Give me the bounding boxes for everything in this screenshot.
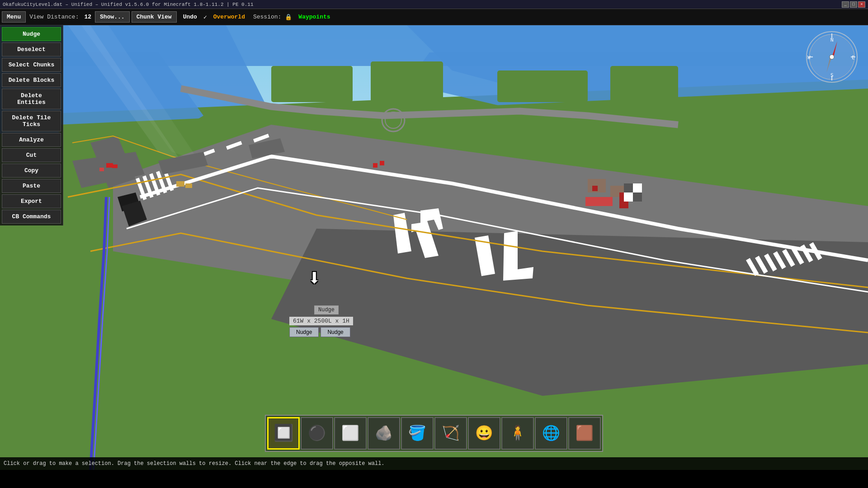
paste-button[interactable]: Paste [2, 179, 61, 193]
delete-entities-button[interactable]: Delete Entities [2, 89, 61, 109]
svg-rect-34 [633, 183, 642, 192]
delete-blocks-button[interactable]: Delete Blocks [2, 73, 61, 87]
session-label: Session: [251, 14, 283, 20]
nudge-label: Nudge [314, 305, 339, 314]
nudge-info: 61W x 2500L x 1H [289, 317, 353, 325]
nudge-btn-2[interactable]: Nudge [321, 327, 350, 337]
hotbar-slot-3-icon: ⬜ [341, 424, 359, 442]
svg-rect-26 [497, 70, 588, 102]
svg-rect-31 [585, 197, 613, 206]
svg-rect-36 [633, 192, 642, 202]
status-text: Click or drag to make a selection. Drag … [4, 460, 385, 467]
hotbar-slot-1-icon: 🔲 [274, 423, 294, 443]
window-title: OkafukuCityLevel.dat – Unified – Unified… [3, 2, 254, 7]
nudge-button[interactable]: Nudge [2, 27, 61, 41]
compass: N S E W [805, 30, 859, 84]
nudge-buttons: Nudge Nudge [289, 327, 350, 337]
session-lock-icon: 🔒 [285, 14, 292, 21]
svg-rect-41 [176, 181, 184, 187]
svg-rect-45 [99, 168, 104, 171]
menu-button[interactable]: Menu [2, 11, 26, 23]
sidebar: Nudge Deselect Select Chunks Delete Bloc… [0, 25, 63, 225]
deselect-button[interactable]: Deselect [2, 42, 61, 56]
menu-bar: Menu View Distance: 12 Show... Chunk Vie… [0, 9, 868, 25]
status-bar: Click or drag to make a selection. Drag … [0, 457, 868, 470]
analyze-button[interactable]: Analyze [2, 133, 61, 147]
svg-text:S: S [830, 72, 834, 78]
hotbar-slot-9-icon: 🌐 [542, 424, 560, 442]
svg-rect-42 [185, 183, 192, 188]
maximize-button[interactable]: □ [850, 1, 857, 8]
copy-button[interactable]: Copy [2, 164, 61, 178]
cut-button[interactable]: Cut [2, 148, 61, 162]
svg-rect-46 [373, 163, 377, 168]
svg-rect-33 [624, 183, 633, 192]
hotbar: 🔲 ⚫ ⬜ 🪨 🪣 🏹 😀 🧍 🌐 🟫 [265, 415, 603, 452]
game-area: N S E W Nudge Deselect Select Chunks Del… [0, 25, 868, 470]
svg-rect-27 [610, 66, 678, 102]
svg-text:E: E [852, 55, 855, 61]
hotbar-slot-4[interactable]: 🪨 [368, 417, 400, 450]
hotbar-slot-10-icon: 🟫 [576, 424, 594, 442]
waypoints-button[interactable]: Waypoints [294, 12, 335, 22]
svg-rect-35 [624, 192, 633, 202]
svg-text:W: W [807, 55, 811, 61]
select-chunks-button[interactable]: Select Chunks [2, 58, 61, 72]
view-distance-value: 12 [82, 14, 93, 20]
hotbar-slot-10[interactable]: 🟫 [568, 417, 601, 450]
svg-rect-30 [592, 186, 598, 191]
svg-rect-47 [380, 161, 384, 165]
undo-button[interactable]: Undo [179, 12, 202, 22]
hotbar-slot-6-icon: 🏹 [442, 424, 460, 442]
hotbar-slot-5[interactable]: 🪣 [401, 417, 434, 450]
close-button[interactable]: × [858, 1, 865, 8]
hotbar-slot-7[interactable]: 😀 [468, 417, 500, 450]
hotbar-slot-9[interactable]: 🌐 [535, 417, 567, 450]
hotbar-slot-3[interactable]: ⬜ [334, 417, 367, 450]
hotbar-slot-6[interactable]: 🏹 [434, 417, 467, 450]
hotbar-slot-4-icon: 🪨 [375, 424, 393, 442]
nudge-btn-1[interactable]: Nudge [289, 327, 319, 337]
hotbar-slot-5-icon: 🪣 [408, 424, 426, 442]
cb-commands-button[interactable]: CB Commands [2, 210, 61, 224]
svg-rect-25 [371, 61, 443, 102]
undo-checkmark: ✓ [203, 14, 207, 21]
svg-text:N: N [830, 37, 834, 43]
minimize-button[interactable]: _ [842, 1, 849, 8]
show-button[interactable]: Show... [95, 11, 130, 23]
svg-rect-24 [271, 66, 353, 102]
overworld-button[interactable]: Overworld [209, 12, 250, 22]
title-bar: OkafukuCityLevel.dat – Unified – Unified… [0, 0, 868, 9]
window-controls: _ □ × [842, 1, 865, 8]
hotbar-slot-1[interactable]: 🔲 [267, 417, 300, 450]
hotbar-slot-8[interactable]: 🧍 [501, 417, 534, 450]
export-button[interactable]: Export [2, 194, 61, 208]
hotbar-slot-7-icon: 😀 [475, 424, 493, 442]
svg-point-72 [830, 55, 834, 59]
svg-rect-43 [106, 163, 113, 168]
hotbar-slot-2[interactable]: ⚫ [301, 417, 333, 450]
hotbar-slot-2-icon: ⚫ [308, 424, 326, 442]
delete-tile-ticks-button[interactable]: Delete Tile Ticks [2, 111, 61, 131]
view-distance-label: View Distance: [28, 14, 80, 20]
chunk-view-button[interactable]: Chunk View [132, 11, 177, 23]
terrain-view [0, 25, 868, 470]
nudge-arrow-icon: ⬇ [307, 265, 321, 292]
svg-rect-44 [112, 164, 118, 168]
hotbar-slot-8-icon: 🧍 [509, 424, 527, 442]
